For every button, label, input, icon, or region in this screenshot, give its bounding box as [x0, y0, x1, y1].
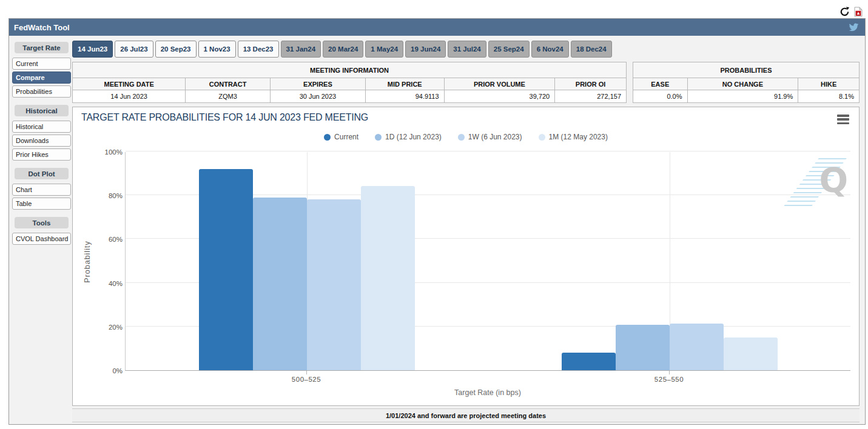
- y-axis-tick-label: 100%: [97, 148, 123, 156]
- cell-value: 39,720: [444, 90, 555, 103]
- sidebar-item-historical[interactable]: Historical: [12, 121, 71, 133]
- y-axis-tick-label: 0%: [97, 367, 123, 374]
- gridline: [126, 151, 850, 151]
- cell-value: ZQM3: [186, 90, 271, 103]
- column-header: PRIOR VOLUME: [444, 78, 555, 90]
- main-area: 14 Jun2326 Jul2320 Sep231 Nov2313 Dec233…: [72, 41, 860, 422]
- column-header: EASE: [633, 78, 688, 90]
- legend-marker-icon: [458, 134, 465, 141]
- sidebar-item-table[interactable]: Table: [12, 198, 71, 210]
- tab-19-jun24[interactable]: 19 Jun24: [405, 41, 446, 58]
- tab-25-sep24[interactable]: 25 Sep24: [488, 41, 530, 58]
- legend-item[interactable]: 1W (6 Jun 2023): [458, 133, 522, 141]
- tab-31-jan24[interactable]: 31 Jan24: [281, 41, 321, 58]
- table-title: PROBABILITIES: [633, 62, 860, 78]
- sidebar-group-header: Target Rate: [15, 42, 69, 53]
- y-axis-tick-label: 60%: [97, 236, 123, 243]
- legend-marker-icon: [375, 134, 382, 141]
- cell-value: 94.9113: [365, 90, 444, 103]
- bar-1m-525–550: [724, 338, 778, 371]
- cell-value: 91.9%: [687, 90, 798, 103]
- column-header: PRIOR OI: [555, 78, 627, 90]
- cell-value: 0.0%: [633, 90, 688, 103]
- sidebar-item-probabilities[interactable]: Probabilities: [12, 85, 71, 98]
- meeting-tabs: 14 Jun2326 Jul2320 Sep231 Nov2313 Dec233…: [72, 41, 860, 58]
- y-axis-tick-label: 80%: [97, 192, 123, 199]
- sidebar-group-header: Tools: [15, 217, 69, 228]
- probabilities-table: PROBABILITIESEASENO CHANGEHIKE0.0%91.9%8…: [633, 62, 860, 103]
- sidebar-group: Dot PlotChartTable: [12, 168, 71, 210]
- plot-area: 0%20%40%60%80%100%: [125, 152, 850, 371]
- sidebar-group-header: Historical: [15, 105, 69, 116]
- y-axis-tick-label: 20%: [97, 324, 123, 331]
- bar-1w-500–525: [307, 199, 361, 370]
- legend-item[interactable]: 1D (12 Jun 2023): [375, 133, 442, 141]
- tab-6-nov24[interactable]: 6 Nov24: [531, 41, 569, 58]
- y-axis-tick-label: 40%: [97, 280, 123, 287]
- tab-1-nov23[interactable]: 1 Nov23: [198, 41, 236, 58]
- cell-value: 8.1%: [798, 90, 860, 103]
- legend-label: 1D (12 Jun 2023): [385, 133, 442, 141]
- legend-label: 1W (6 Jun 2023): [468, 133, 522, 141]
- tab-14-jun23[interactable]: 14 Jun23: [72, 41, 113, 58]
- column-header: HIKE: [798, 78, 860, 90]
- x-axis-category-label: 500–525: [125, 376, 488, 383]
- bar-current-500–525: [199, 169, 253, 370]
- sidebar-group-header: Dot Plot: [15, 168, 69, 179]
- sidebar-item-compare[interactable]: Compare: [12, 72, 71, 84]
- sidebar-group: ToolsCVOL Dashboard: [12, 217, 71, 245]
- pdf-export-icon[interactable]: [854, 7, 863, 17]
- y-axis-title: Probability: [82, 152, 92, 371]
- legend-label: Current: [334, 133, 358, 141]
- sidebar-item-downloads[interactable]: Downloads: [12, 135, 71, 147]
- x-axis-labels: 500–525525–550: [125, 376, 850, 383]
- chart-menu-icon[interactable]: [837, 115, 849, 124]
- sidebar-group: Target RateCurrentCompareProbabilities: [12, 42, 71, 98]
- cell-value: 30 Jun 2023: [270, 90, 365, 103]
- legend-item[interactable]: Current: [324, 133, 358, 141]
- tab-13-dec23[interactable]: 13 Dec23: [238, 41, 279, 58]
- chart-legend: Current1D (12 Jun 2023)1W (6 Jun 2023)1M…: [73, 133, 859, 141]
- chart-title: TARGET RATE PROBABILITIES FOR 14 JUN 202…: [81, 112, 368, 123]
- twitter-icon[interactable]: [849, 23, 859, 32]
- cell-value: 272,157: [555, 90, 627, 103]
- chart-panel: TARGET RATE PROBABILITIES FOR 14 JUN 202…: [72, 107, 860, 406]
- app-titlebar: FedWatch Tool: [9, 19, 865, 36]
- bar-group-500–525: [126, 152, 488, 370]
- sidebar-item-chart[interactable]: Chart: [12, 184, 71, 196]
- tab-20-mar24[interactable]: 20 Mar24: [323, 41, 363, 58]
- tab-18-dec24[interactable]: 18 Dec24: [571, 41, 612, 58]
- table-title: MEETING INFORMATION: [73, 62, 627, 78]
- footer-note: 1/01/2024 and forward are projected meet…: [72, 408, 860, 422]
- legend-label: 1M (12 May 2023): [549, 133, 608, 141]
- column-header: CONTRACT: [186, 78, 271, 90]
- tab-20-sep23[interactable]: 20 Sep23: [155, 41, 197, 58]
- x-axis-title: Target Rate (in bps): [125, 388, 850, 397]
- column-header: MEETING DATE: [73, 78, 186, 90]
- tab-1-may24[interactable]: 1 May24: [365, 41, 403, 58]
- column-header: MID PRICE: [365, 78, 444, 90]
- legend-marker-icon: [324, 134, 331, 141]
- x-axis-tick: [669, 371, 670, 374]
- bar-current-525–550: [562, 353, 616, 370]
- sidebar-nav: Target RateCurrentCompareProbabilitiesHi…: [12, 42, 71, 252]
- sidebar-item-prior-hikes[interactable]: Prior Hikes: [12, 148, 71, 161]
- window-toolbar: [839, 6, 863, 18]
- sidebar-item-cvol-dashboard[interactable]: CVOL Dashboard: [12, 233, 71, 245]
- meeting-info-table: MEETING INFORMATIONMEETING DATECONTRACTE…: [72, 62, 627, 103]
- fedwatch-panel: FedWatch Tool Target RateCurrentCompareP…: [8, 18, 866, 425]
- bar-group-525–550: [488, 152, 851, 370]
- column-header: EXPIRES: [270, 78, 365, 90]
- x-axis-tick: [306, 371, 307, 374]
- bar-1w-525–550: [670, 324, 724, 370]
- bar-1d-525–550: [616, 325, 670, 370]
- refresh-icon[interactable]: [839, 6, 850, 18]
- sidebar-item-current[interactable]: Current: [12, 58, 71, 70]
- bar-1d-500–525: [253, 198, 307, 370]
- info-tables-row: MEETING INFORMATIONMEETING DATECONTRACTE…: [72, 62, 860, 103]
- bar-1m-500–525: [361, 186, 415, 370]
- tab-31-jul24[interactable]: 31 Jul24: [448, 41, 486, 58]
- cell-value: 14 Jun 2023: [73, 90, 186, 103]
- legend-item[interactable]: 1M (12 May 2023): [539, 133, 608, 141]
- tab-26-jul23[interactable]: 26 Jul23: [115, 41, 153, 58]
